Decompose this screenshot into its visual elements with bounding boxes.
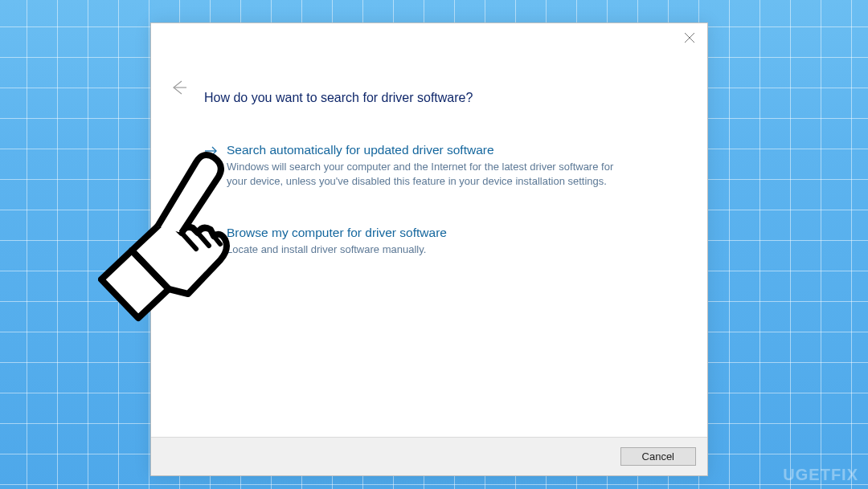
dialog-content: How do you want to search for driver sof…	[151, 52, 707, 437]
option-search-automatically[interactable]: Search automatically for updated driver …	[204, 142, 654, 188]
option-desc: Windows will search your computer and th…	[227, 160, 628, 188]
option-browse-computer[interactable]: Browse my computer for driver software L…	[204, 225, 654, 257]
option-title: Browse my computer for driver software	[227, 225, 654, 241]
back-arrow-icon	[167, 76, 190, 99]
arrow-right-icon	[204, 144, 219, 158]
watermark: UGETFIX	[783, 466, 858, 484]
option-text: Browse my computer for driver software L…	[227, 225, 654, 257]
titlebar	[151, 23, 707, 52]
option-text: Search automatically for updated driver …	[227, 142, 654, 188]
option-desc: Locate and install driver software manua…	[227, 242, 628, 257]
cancel-button[interactable]: Cancel	[620, 447, 696, 466]
driver-update-dialog: How do you want to search for driver sof…	[150, 22, 708, 476]
dialog-footer: Cancel	[151, 437, 707, 475]
dialog-heading: How do you want to search for driver sof…	[204, 91, 662, 105]
close-icon	[683, 31, 696, 44]
option-title: Search automatically for updated driver …	[227, 142, 654, 158]
arrow-right-icon	[204, 226, 219, 241]
close-button[interactable]	[683, 31, 696, 44]
back-button[interactable]	[167, 76, 190, 99]
